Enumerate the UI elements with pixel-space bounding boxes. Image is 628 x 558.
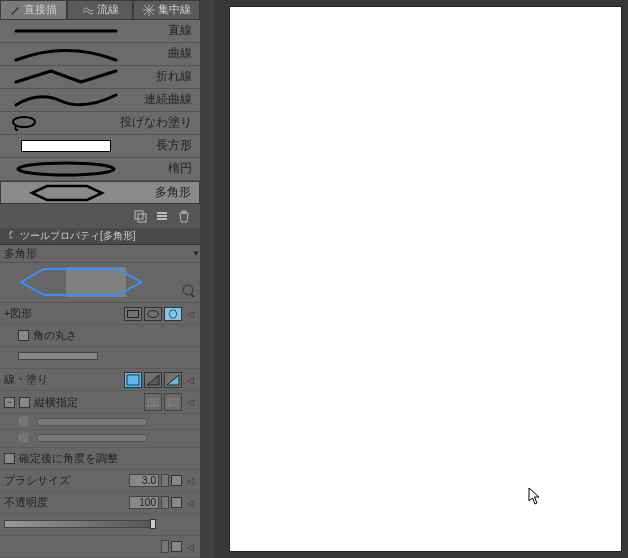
svg-rect-14 xyxy=(157,212,167,214)
trash-icon[interactable] xyxy=(176,208,192,224)
figure-tool-list: 直線 曲線 折れ線 連続曲線 投げなわ塗り xyxy=(0,20,200,204)
aspect-checkbox[interactable] xyxy=(19,397,30,408)
canvas[interactable] xyxy=(229,6,622,552)
focus-icon xyxy=(143,4,155,16)
aspect-wh-icon[interactable]: % xyxy=(144,393,162,411)
prop-label: 縦横指定 xyxy=(34,395,78,410)
brush-size-value[interactable]: 3.0 xyxy=(129,474,159,487)
bottom-spinner[interactable] xyxy=(161,540,169,553)
svg-rect-17 xyxy=(66,267,126,297)
shape-ellipse-button[interactable] xyxy=(144,307,162,321)
wrench-button[interactable] xyxy=(180,282,196,298)
tool-row-contcurve[interactable]: 連続曲線 xyxy=(0,89,200,112)
prop-label: 確定後に角度を調整 xyxy=(19,451,118,466)
duplicate-icon[interactable] xyxy=(132,208,148,224)
tool-label: 連続曲線 xyxy=(144,91,192,108)
aspect-v-row: 縦 xyxy=(0,430,200,448)
tool-category-tabs: 直接描 流線 集中線 xyxy=(0,0,200,20)
tool-row-polyline[interactable]: 折れ線 xyxy=(0,66,200,89)
curve-glyph xyxy=(6,45,126,64)
bottom-checkbox[interactable] xyxy=(171,541,182,552)
tool-row-rect[interactable]: 長方形 xyxy=(0,135,200,158)
prop-aspect-lock: − 縦横指定 % px ◁ xyxy=(0,391,200,414)
aspect-h-slider xyxy=(37,418,147,426)
prop-corner-round: 角の丸さ xyxy=(0,325,200,347)
tab-focus[interactable]: 集中線 xyxy=(133,0,200,20)
prop-label: +図形 xyxy=(4,306,32,321)
shape-polygon-button[interactable] xyxy=(164,307,182,321)
prop-label: 縦 xyxy=(18,430,29,445)
svg-rect-12 xyxy=(135,211,143,219)
tool-row-line[interactable]: 直線 xyxy=(0,20,200,43)
tool-label: 長方形 xyxy=(156,137,192,154)
post-angle-checkbox[interactable] xyxy=(4,453,15,464)
tool-row-ellipse[interactable]: 楕円 xyxy=(0,158,200,181)
svg-rect-16 xyxy=(157,218,167,220)
tab-stream[interactable]: 流線 xyxy=(67,0,134,20)
svg-marker-11 xyxy=(32,186,102,200)
lasso-glyph xyxy=(6,114,126,133)
expand-icon[interactable]: ◁ xyxy=(184,542,196,552)
tool-property-preview xyxy=(0,263,200,303)
svg-rect-25 xyxy=(127,375,139,385)
prop-bottom-row: ◁ xyxy=(0,536,200,558)
tool-properties: +図形 ◁ 角の丸さ 線・塗り ◁ xyxy=(0,303,200,558)
opacity-spinner[interactable] xyxy=(161,496,169,509)
ellipse-glyph xyxy=(6,160,126,179)
tool-property-subtitle: 多角形 xyxy=(4,246,37,261)
tool-row-lasso[interactable]: 投げなわ塗り xyxy=(0,112,200,135)
svg-line-0 xyxy=(144,5,149,10)
tool-label: 直線 xyxy=(168,22,192,39)
corner-round-checkbox[interactable] xyxy=(18,330,29,341)
tool-row-polygon[interactable]: 多角形 xyxy=(0,181,200,204)
polygon-glyph xyxy=(7,184,127,203)
svg-text:%: % xyxy=(150,399,156,406)
dropdown-icon[interactable]: ▼ xyxy=(192,249,200,258)
fill-both-button[interactable] xyxy=(164,372,182,388)
tool-row-curve[interactable]: 曲線 xyxy=(0,43,200,66)
tab-label: 流線 xyxy=(97,2,119,17)
aspect-v-slider xyxy=(37,434,147,442)
prop-label: 角の丸さ xyxy=(33,328,77,343)
opacity-slider[interactable] xyxy=(4,520,154,528)
expand-icon[interactable]: ◁ xyxy=(184,375,196,385)
brush-size-pressure-checkbox[interactable] xyxy=(171,475,182,486)
fill-fill-button[interactable] xyxy=(144,372,162,388)
shape-rect-button[interactable] xyxy=(124,307,142,321)
expand-icon[interactable]: ◁ xyxy=(184,476,196,486)
svg-rect-13 xyxy=(138,214,146,222)
svg-point-10 xyxy=(18,163,114,175)
expand-icon[interactable]: ◁ xyxy=(184,498,196,508)
aspect-px-icon[interactable]: px xyxy=(164,393,182,411)
fill-line-button[interactable] xyxy=(124,372,142,388)
expand-icon[interactable]: ◁ xyxy=(184,397,196,407)
aspect-h-row: 横 xyxy=(0,414,200,430)
prop-opacity: 不透明度 100 ◁ xyxy=(0,492,200,514)
svg-line-3 xyxy=(149,10,154,15)
svg-point-22 xyxy=(148,310,159,317)
prop-line-fill: 線・塗り ◁ xyxy=(0,369,200,391)
svg-rect-15 xyxy=(157,215,167,217)
tab-direct-draw[interactable]: 直接描 xyxy=(0,0,67,20)
tool-property-title: ツールプロパティ[多角形] xyxy=(20,229,136,243)
prop-label: 線・塗り xyxy=(4,372,48,387)
svg-marker-23 xyxy=(169,310,177,318)
tool-label: 多角形 xyxy=(155,184,191,201)
opacity-pressure-checkbox[interactable] xyxy=(171,497,182,508)
collapse-icon[interactable]: − xyxy=(4,397,15,408)
brush-size-spinner[interactable] xyxy=(161,474,169,487)
prop-opacity-slider-row xyxy=(0,514,200,536)
prop-shape-header: +図形 ◁ xyxy=(0,303,200,325)
opacity-value[interactable]: 100 xyxy=(129,496,159,509)
corner-round-slider[interactable] xyxy=(18,352,98,360)
tab-label: 直接描 xyxy=(24,2,57,17)
svg-text:px: px xyxy=(169,399,177,407)
expand-icon[interactable]: ◁ xyxy=(184,309,196,319)
cursor-icon xyxy=(528,487,544,505)
tool-list-actions xyxy=(0,204,200,228)
tool-label: 投げなわ塗り xyxy=(120,114,192,131)
svg-point-19 xyxy=(183,285,193,295)
menu-icon[interactable] xyxy=(154,208,170,224)
sidebar-scrollbar[interactable] xyxy=(200,0,215,558)
wrench-icon xyxy=(4,230,16,242)
